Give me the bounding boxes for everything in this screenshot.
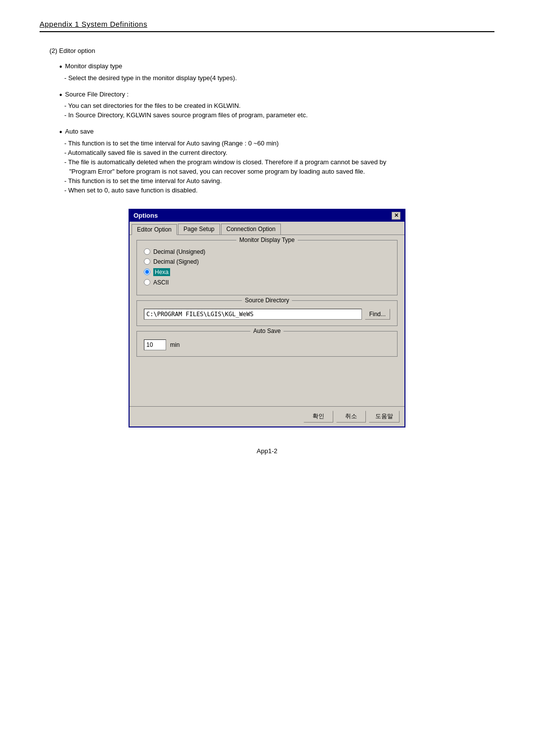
options-dialog: Options ✕ Editor Option Page Setup Conne… [129, 209, 405, 427]
dash-autosave-1: - This function is to set the time inter… [64, 140, 494, 147]
bullet-section-autosave: • Auto save - This function is to set th… [59, 128, 494, 194]
page-title: Appendix 1 System Definitions [40, 20, 147, 28]
source-directory-input[interactable] [144, 309, 362, 320]
dash-source-1: - You can set directories for the files … [64, 102, 494, 109]
auto-save-row: min [144, 339, 390, 350]
auto-save-input[interactable] [144, 339, 166, 350]
dialog-extra-area [136, 362, 398, 401]
radio-ascii: ASCII [144, 279, 390, 286]
bullet-dot-monitor: • [59, 62, 62, 71]
radio-hexa-label: Hexa [153, 268, 170, 276]
tab-connection-option[interactable]: Connection Option [221, 224, 281, 235]
auto-save-group: Auto Save min [136, 331, 398, 357]
dash-source-2: - In Source Directory, KGLWIN saves sour… [64, 111, 494, 119]
bullet-dot-autosave: • [59, 128, 62, 137]
dash-autosave-3: - The file is automatically deleted when… [64, 158, 494, 166]
bullet-autosave: • Auto save [59, 128, 494, 137]
dialog-title: Options [134, 212, 158, 219]
source-directory-group: Source Directory Find... [136, 300, 398, 326]
dialog-footer: 확인 취소 도움말 [130, 406, 404, 426]
radio-ascii-input[interactable] [144, 279, 150, 285]
dash-autosave-5: - When set to 0, auto save function is d… [64, 187, 494, 194]
find-button[interactable]: Find... [365, 309, 390, 320]
confirm-button[interactable]: 확인 [304, 411, 333, 423]
source-directory-row: Find... [144, 309, 390, 320]
radio-decimal-signed-label: Decimal (Signed) [153, 258, 199, 265]
radio-decimal-unsigned: Decimal (Unsigned) [144, 248, 390, 255]
bullet-source-title: Source File Directory : [65, 91, 129, 98]
radio-hexa: Hexa [144, 268, 390, 276]
radio-decimal-signed-input[interactable] [144, 258, 150, 265]
monitor-display-group: Monitor Display Type Decimal (Unsigned) … [136, 240, 398, 295]
dash-monitor-1: - Select the desired type in the monitor… [64, 74, 494, 82]
auto-save-unit: min [170, 341, 179, 348]
dialog-tabs: Editor Option Page Setup Connection Opti… [130, 222, 404, 235]
radio-hexa-input[interactable] [144, 269, 150, 275]
dash-autosave-4: - This function is to set the time inter… [64, 177, 494, 185]
bullet-section-source: • Source File Directory : - You can set … [59, 91, 494, 119]
tab-page-setup[interactable]: Page Setup [178, 224, 220, 235]
bullet-monitor: • Monitor display type [59, 62, 494, 71]
radio-ascii-label: ASCII [153, 279, 169, 286]
auto-save-group-label: Auto Save [250, 328, 283, 334]
source-directory-group-label: Source Directory [242, 297, 292, 304]
dialog-body: Monitor Display Type Decimal (Unsigned) … [130, 235, 404, 406]
radio-decimal-unsigned-label: Decimal (Unsigned) [153, 248, 205, 255]
cancel-button[interactable]: 취소 [336, 411, 366, 423]
bullet-monitor-title: Monitor display type [65, 62, 123, 70]
monitor-display-group-label: Monitor Display Type [236, 236, 298, 243]
radio-decimal-signed: Decimal (Signed) [144, 258, 390, 265]
bullet-section-monitor: • Monitor display type - Select the desi… [59, 62, 494, 82]
help-button[interactable]: 도움말 [369, 411, 400, 423]
dialog-close-button[interactable]: ✕ [392, 212, 400, 220]
page-number: App1-2 [40, 447, 494, 455]
radio-decimal-unsigned-input[interactable] [144, 248, 150, 255]
dash-autosave-2: - Automatically saved file is saved in t… [64, 149, 494, 156]
page-header: Appendix 1 System Definitions [40, 20, 494, 32]
bullet-source: • Source File Directory : [59, 91, 494, 99]
dash-autosave-3b: "Program Error" before program is not sa… [69, 168, 494, 175]
dialog-titlebar: Options ✕ [130, 210, 404, 222]
section-label: (2) Editor option [49, 47, 494, 54]
bullet-autosave-title: Auto save [65, 128, 94, 135]
tab-editor-option[interactable]: Editor Option [132, 224, 177, 235]
bullet-dot-source: • [59, 91, 62, 99]
